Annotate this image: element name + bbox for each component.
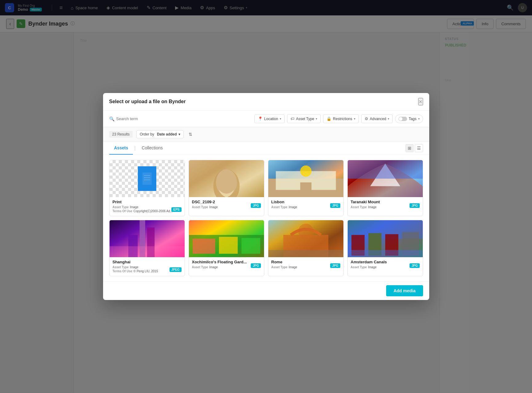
tab-divider: |: [133, 142, 137, 155]
asset-type-label: Asset Type: [113, 205, 129, 209]
restrictions-filter-button[interactable]: 🔒 Restrictions ▾: [323, 114, 359, 123]
asset-type-meta: Asset Type Image: [271, 265, 340, 269]
asset-type-filter-button[interactable]: 🏷 Asset Type ▾: [287, 114, 321, 123]
terms-label: Terms Of Use: [113, 269, 132, 273]
asset-type-chevron-icon: ▾: [316, 117, 317, 120]
grid-view-button[interactable]: ⊞: [406, 144, 414, 152]
asset-format-badge: JPG: [410, 263, 419, 268]
asset-type-meta: Asset Type Image: [351, 265, 420, 269]
asset-type-filter-label: Asset Type: [296, 117, 314, 121]
location-chevron-icon: ▾: [280, 117, 281, 120]
asset-type-value: Image: [209, 205, 218, 209]
asset-format-badge: JPG: [251, 203, 261, 208]
asset-type-value: Image: [130, 265, 138, 269]
svg-rect-22: [193, 239, 215, 254]
svg-point-10: [300, 165, 311, 177]
order-chevron-icon: ▾: [178, 132, 180, 136]
location-filter-label: Location: [264, 117, 278, 121]
asset-type-icon: 🏷: [290, 116, 294, 121]
terms-value: Copyright(C)2000-2006 Ad...: [134, 209, 173, 213]
asset-format-badge: JPG: [330, 203, 340, 208]
asset-type-label: Asset Type: [192, 265, 208, 269]
list-view-button[interactable]: ☰: [415, 144, 423, 152]
asset-type-meta: Asset Type Image: [351, 205, 420, 209]
results-bar: 23 Results Order by Date added ▾ ⇅: [103, 127, 429, 142]
asset-name: Shanghai: [113, 260, 182, 264]
svg-rect-0: [142, 172, 152, 185]
print-inner: [138, 166, 156, 191]
asset-name: Amsterdam Canals: [351, 260, 420, 264]
asset-type-meta: Asset Type Image: [192, 205, 261, 209]
asset-thumb-lisbon: [268, 160, 343, 197]
asset-name: Print: [113, 200, 182, 204]
search-wrapper: 🔍: [109, 116, 252, 121]
asset-thumb-xochimilco: [189, 220, 264, 257]
asset-card-dsc-2109-2[interactable]: DSC_2109-2 Asset Type Image JPG: [189, 160, 264, 216]
order-value: Date added: [157, 132, 177, 136]
asset-type-label: Asset Type: [351, 205, 367, 209]
modal-header: Select or upload a file on Bynder ×: [103, 93, 429, 111]
asset-card-lisbon[interactable]: Lisbon Asset Type Image JPG: [268, 160, 344, 216]
advanced-filter-button[interactable]: ⚙ Advanced ▾: [361, 114, 393, 123]
asset-type-value: Image: [289, 265, 297, 269]
asset-type-meta: Asset Type Image: [113, 205, 182, 209]
asset-format-badge: JPG: [330, 263, 340, 268]
asset-thumb-shanghai: [110, 220, 185, 257]
svg-rect-11: [300, 182, 311, 194]
asset-info: DSC_2109-2 Asset Type Image JPG: [189, 197, 264, 212]
asset-info: Xochimilco's Floating Gard... Asset Type…: [189, 257, 264, 272]
restrictions-icon: 🔒: [326, 116, 331, 121]
svg-point-26: [298, 224, 313, 239]
tabs-row: Assets | Collections ⊞ ☰: [103, 142, 429, 155]
bynder-modal: Select or upload a file on Bynder × 🔍 📍 …: [103, 93, 429, 300]
search-input[interactable]: [116, 116, 252, 121]
order-by-label: Order by: [140, 132, 154, 136]
asset-card-shanghai[interactable]: Shanghai Asset Type Image Terms Of Use ©…: [109, 220, 185, 276]
tags-filter-button[interactable]: Tags ▾: [395, 115, 423, 123]
tab-collections[interactable]: Collections: [137, 142, 168, 155]
location-icon: 📍: [258, 116, 263, 121]
asset-type-value: Image: [209, 265, 218, 269]
asset-type-meta: Asset Type Image: [271, 205, 340, 209]
tab-assets[interactable]: Assets: [109, 142, 133, 155]
order-select[interactable]: Order by Date added ▾: [136, 130, 183, 138]
tags-toggle-dot: [399, 117, 402, 121]
svg-point-6: [216, 169, 237, 196]
asset-card-print[interactable]: Print Asset Type Image Terms Of Use Copy…: [109, 160, 185, 216]
asset-type-label: Asset Type: [113, 265, 129, 269]
svg-rect-14: [348, 160, 423, 179]
asset-card-amsterdam-canals[interactable]: Amsterdam Canals Asset Type Image JPG: [347, 220, 423, 276]
asset-card-rome[interactable]: Rome Asset Type Image JPG: [268, 220, 344, 276]
asset-thumb-print: [110, 160, 185, 197]
asset-info: Taranaki Mount Asset Type Image JPG: [348, 197, 423, 212]
restrictions-chevron-icon: ▾: [354, 117, 355, 120]
asset-format-badge: JPG: [251, 263, 261, 268]
svg-rect-24: [241, 238, 260, 254]
asset-type-label: Asset Type: [192, 205, 208, 209]
tags-toggle-switch: [398, 117, 407, 121]
location-filter-button[interactable]: 📍 Location ▾: [254, 114, 285, 123]
asset-type-value: Image: [130, 205, 138, 209]
asset-thumb-waffle: [189, 160, 264, 197]
asset-format-badge: EPS: [171, 207, 181, 212]
tags-filter-label: Tags: [409, 117, 416, 121]
advanced-chevron-icon: ▾: [388, 117, 389, 120]
asset-info: Print Asset Type Image Terms Of Use Copy…: [110, 197, 185, 216]
modal-footer: Add media: [103, 281, 429, 300]
add-media-button[interactable]: Add media: [386, 285, 423, 296]
asset-thumb-amsterdam: [348, 220, 423, 257]
svg-rect-19: [110, 246, 185, 257]
terms-value: © Peng LIU, 2015: [134, 269, 158, 273]
view-toggle: ⊞ ☰: [406, 144, 423, 152]
asset-thumb-taranaki: [348, 160, 423, 197]
advanced-filter-label: Advanced: [370, 117, 386, 121]
sort-icon[interactable]: ⇅: [189, 132, 192, 137]
asset-card-taranaki-mount[interactable]: Taranaki Mount Asset Type Image JPG: [347, 160, 423, 216]
asset-info: Amsterdam Canals Asset Type Image JPG: [348, 257, 423, 272]
asset-thumb-rome: [268, 220, 343, 257]
assets-grid: Print Asset Type Image Terms Of Use Copy…: [103, 155, 429, 281]
terms-meta: Terms Of Use Copyright(C)2000-2006 Ad...: [113, 209, 182, 213]
terms-label: Terms Of Use: [113, 209, 132, 213]
asset-card-xochimilco[interactable]: Xochimilco's Floating Gard... Asset Type…: [189, 220, 264, 276]
modal-close-button[interactable]: ×: [418, 98, 423, 105]
